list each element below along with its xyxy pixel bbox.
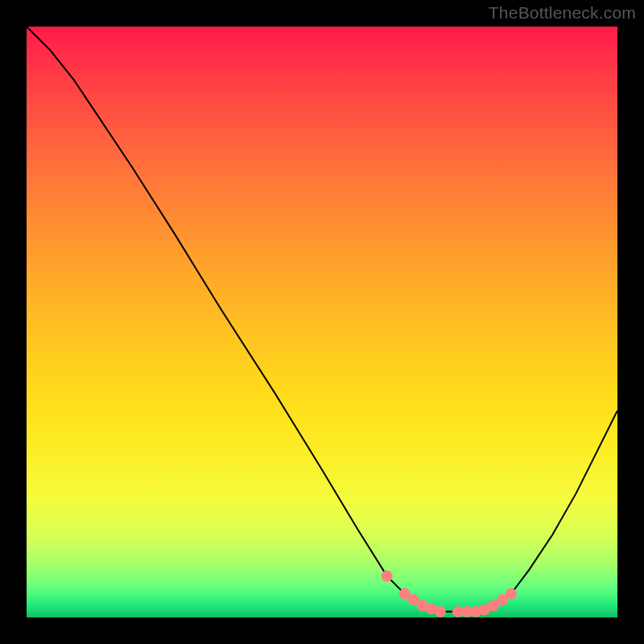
curve-dot xyxy=(382,571,393,582)
chart-svg xyxy=(27,27,617,617)
watermark-text: TheBottleneck.com xyxy=(489,3,636,23)
curve-dot xyxy=(506,588,517,600)
plot-area xyxy=(27,27,617,617)
chart-frame: TheBottleneck.com xyxy=(0,0,644,644)
bottleneck-curve xyxy=(27,27,617,612)
curve-dot xyxy=(435,606,446,617)
curve-dots xyxy=(382,571,517,617)
